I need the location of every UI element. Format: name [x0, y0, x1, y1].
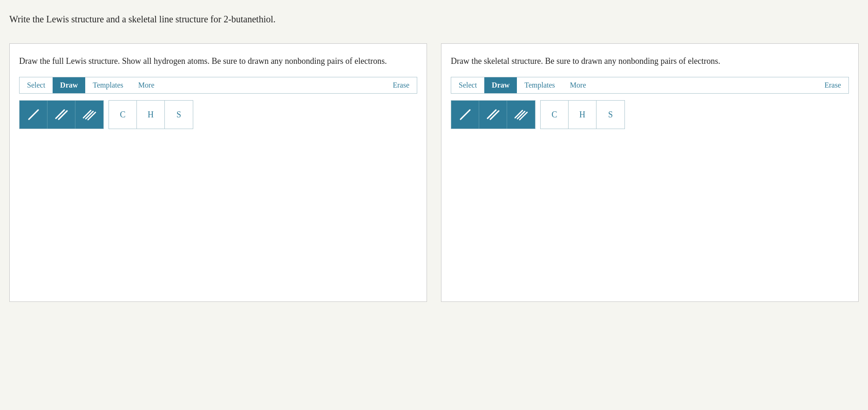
double-bond-icon — [54, 107, 69, 122]
lewis-carbon-button[interactable]: C — [109, 101, 137, 129]
lewis-draw-button[interactable]: Draw — [53, 77, 85, 93]
skeletal-sulfur-button[interactable]: S — [597, 101, 624, 129]
lewis-erase-button[interactable]: Erase — [385, 77, 417, 93]
lewis-triple-bond-button[interactable] — [75, 101, 103, 129]
single-bond-icon — [26, 107, 41, 122]
single-bond-icon-2 — [458, 107, 473, 122]
skeletal-description: Draw the skeletal structure. Be sure to … — [451, 55, 849, 68]
skeletal-triple-bond-button[interactable] — [507, 101, 535, 129]
lewis-bond-group — [19, 100, 104, 129]
skeletal-erase-button[interactable]: Erase — [817, 77, 848, 93]
skeletal-toolbar: Select Draw Templates More Erase — [451, 77, 849, 94]
lewis-bond-buttons: C H S — [19, 100, 417, 129]
svg-line-6 — [461, 110, 470, 119]
skeletal-select-button[interactable]: Select — [451, 77, 484, 93]
skeletal-bond-group — [451, 100, 536, 129]
skeletal-hydrogen-button[interactable]: H — [569, 101, 597, 129]
page-title: Write the Lewis structure and a skeletal… — [9, 14, 859, 25]
lewis-draw-area[interactable] — [19, 134, 417, 292]
skeletal-single-bond-button[interactable] — [451, 101, 479, 129]
skeletal-carbon-button[interactable]: C — [541, 101, 569, 129]
lewis-more-button[interactable]: More — [131, 77, 162, 93]
lewis-toolbar: Select Draw Templates More Erase — [19, 77, 417, 94]
skeletal-panel: Draw the skeletal structure. Be sure to … — [441, 43, 859, 302]
triple-bond-icon — [82, 107, 97, 122]
skeletal-bond-buttons: C H S — [451, 100, 849, 129]
skeletal-more-button[interactable]: More — [563, 77, 594, 93]
lewis-panel: Draw the full Lewis structure. Show all … — [9, 43, 427, 302]
skeletal-templates-button[interactable]: Templates — [517, 77, 563, 93]
svg-line-0 — [29, 110, 38, 119]
skeletal-atom-group: C H S — [540, 100, 625, 129]
skeletal-double-bond-button[interactable] — [479, 101, 507, 129]
double-bond-icon-2 — [486, 107, 501, 122]
triple-bond-icon-2 — [514, 107, 529, 122]
lewis-description: Draw the full Lewis structure. Show all … — [19, 55, 417, 68]
panels-container: Draw the full Lewis structure. Show all … — [9, 43, 859, 302]
lewis-select-button[interactable]: Select — [20, 77, 53, 93]
skeletal-draw-button[interactable]: Draw — [484, 77, 517, 93]
lewis-templates-button[interactable]: Templates — [85, 77, 131, 93]
lewis-hydrogen-button[interactable]: H — [137, 101, 165, 129]
lewis-single-bond-button[interactable] — [20, 101, 47, 129]
page-container: Write the Lewis structure and a skeletal… — [9, 14, 859, 302]
lewis-atom-group: C H S — [108, 100, 193, 129]
skeletal-draw-area[interactable] — [451, 134, 849, 292]
lewis-sulfur-button[interactable]: S — [165, 101, 193, 129]
lewis-double-bond-button[interactable] — [47, 101, 75, 129]
